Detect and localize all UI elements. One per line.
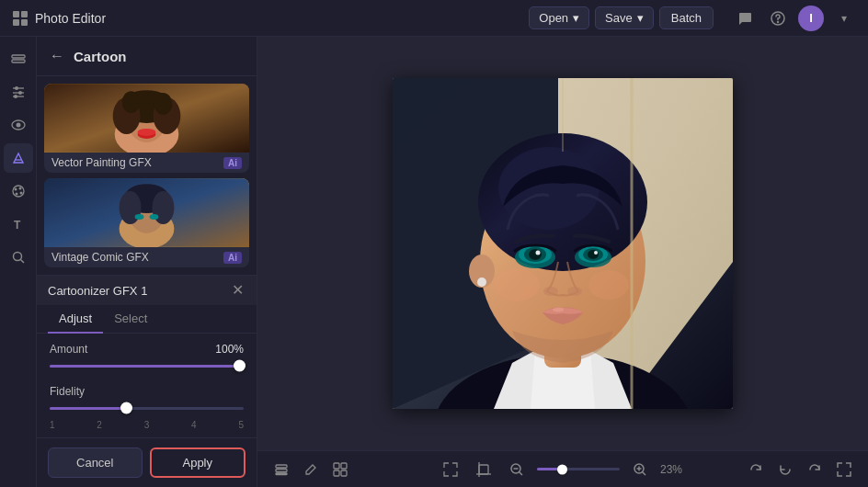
comment-icon-button[interactable] — [732, 6, 758, 31]
app-title: Photo Editor — [35, 11, 106, 26]
ai-badge-vintage: Ai — [223, 252, 242, 264]
svg-rect-6 — [12, 55, 25, 58]
rotate-button[interactable] — [743, 457, 769, 482]
fullscreen-button[interactable] — [831, 457, 857, 482]
batch-button[interactable]: Batch — [659, 6, 714, 29]
sidebar-btn-preview[interactable] — [4, 110, 33, 140]
close-cartoonizer-button[interactable]: ✕ — [230, 283, 246, 298]
canvas-area: 23% — [257, 37, 868, 487]
topbar-chevron-button[interactable]: ▾ — [831, 6, 857, 31]
svg-point-20 — [15, 193, 17, 196]
svg-point-65 — [567, 287, 582, 296]
preset-item-vintage[interactable]: Vintage Comic GFX Ai — [44, 178, 249, 267]
amount-value: 100% — [215, 343, 244, 356]
save-button[interactable]: Save ▾ — [595, 6, 654, 29]
svg-point-13 — [14, 95, 17, 98]
panel-title: Cartoon — [74, 49, 127, 64]
svg-point-11 — [18, 91, 22, 95]
svg-point-68 — [588, 270, 629, 300]
svg-point-18 — [18, 187, 21, 190]
amount-label: Amount — [50, 343, 87, 356]
zoom-value: 23% — [660, 463, 688, 476]
help-icon-button[interactable] — [765, 6, 791, 31]
svg-line-85 — [643, 471, 646, 475]
svg-point-57 — [529, 249, 542, 260]
svg-point-17 — [14, 188, 17, 191]
svg-rect-78 — [479, 465, 488, 474]
ai-badge-vector: Ai — [223, 157, 242, 169]
main-layout: T ← Cartoon — [0, 37, 868, 487]
canvas-image — [393, 78, 733, 409]
preset-item-vector[interactable]: Vector Painting GFX Ai — [44, 84, 249, 173]
topbar-actions: Open ▾ Save ▾ Batch — [529, 6, 714, 29]
side-panel: ← Cartoon — [37, 37, 257, 487]
redo-button[interactable] — [802, 457, 828, 482]
sliders-area: Amount 100% Fidelity — [37, 334, 257, 437]
grid-icon-button[interactable] — [327, 457, 353, 482]
edit-icon-button[interactable] — [298, 457, 324, 482]
preset-label-vintage: Vintage Comic GFX Ai — [44, 247, 249, 267]
bottom-right-tools — [743, 457, 857, 482]
fidelity-slider-row: Fidelity 1 2 3 4 5 — [50, 385, 244, 430]
topbar-right: I ▾ — [732, 6, 857, 31]
svg-point-19 — [19, 192, 22, 195]
svg-text:T: T — [14, 219, 21, 232]
preset-thumb-vintage — [44, 178, 249, 247]
tab-adjust[interactable]: Adjust — [48, 305, 103, 334]
cancel-button[interactable]: Cancel — [48, 447, 143, 478]
svg-point-33 — [138, 129, 156, 136]
panel-footer: Cancel Apply — [37, 437, 257, 487]
cartoonizer-panel: Cartoonizer GFX 1 ✕ Adjust Select Amount… — [37, 275, 257, 487]
apply-button[interactable]: Apply — [150, 447, 246, 478]
zoom-out-button[interactable] — [504, 457, 530, 482]
sidebar-btn-effects[interactable] — [4, 143, 33, 173]
svg-point-31 — [154, 93, 172, 115]
svg-point-30 — [122, 91, 141, 113]
presets-list: Vector Painting GFX Ai — [37, 76, 257, 275]
svg-point-40 — [135, 214, 144, 220]
sidebar-btn-adjustments[interactable] — [4, 77, 33, 107]
canvas-viewport[interactable] — [257, 37, 868, 450]
preset-label-vector: Vector Painting GFX Ai — [44, 153, 249, 173]
app-logo: Photo Editor — [11, 9, 106, 28]
crop-button[interactable] — [471, 457, 497, 482]
svg-rect-72 — [276, 469, 287, 471]
svg-point-16 — [13, 186, 24, 197]
svg-rect-74 — [334, 463, 339, 469]
sidebar-btn-search[interactable] — [4, 243, 33, 272]
open-button[interactable]: Open ▾ — [529, 6, 589, 29]
undo-button[interactable] — [772, 457, 798, 482]
zoom-controls: 23% — [438, 457, 688, 482]
svg-rect-2 — [13, 19, 19, 26]
user-avatar[interactable]: I — [798, 6, 824, 31]
svg-line-23 — [20, 260, 24, 264]
svg-rect-0 — [13, 11, 19, 17]
bottom-left-tools — [268, 457, 353, 482]
svg-point-22 — [13, 253, 21, 261]
svg-point-63 — [594, 251, 598, 255]
cartoonizer-header: Cartoonizer GFX 1 ✕ — [37, 276, 257, 305]
sidebar-btn-palette[interactable] — [4, 176, 33, 206]
back-button[interactable]: ← — [48, 46, 66, 66]
panel-header: ← Cartoon — [37, 37, 257, 76]
cartoonizer-tabs: Adjust Select — [37, 305, 257, 334]
svg-rect-3 — [21, 19, 28, 26]
zoom-in-button[interactable] — [627, 457, 653, 482]
sidebar-btn-text[interactable]: T — [4, 210, 33, 239]
sidebar-btn-layers[interactable] — [4, 44, 33, 74]
svg-rect-1 — [21, 11, 28, 17]
svg-rect-73 — [276, 473, 287, 475]
svg-rect-75 — [341, 463, 347, 469]
svg-point-64 — [543, 287, 558, 296]
svg-point-58 — [536, 251, 541, 255]
bottom-toolbar: 23% — [257, 450, 868, 487]
svg-point-53 — [477, 277, 486, 287]
svg-line-82 — [520, 471, 523, 475]
layers-icon-button[interactable] — [268, 457, 294, 482]
icon-bar: T — [0, 37, 37, 487]
tab-select[interactable]: Select — [103, 305, 158, 334]
cartoonizer-title: Cartoonizer GFX 1 — [48, 284, 147, 298]
topbar: Photo Editor Open ▾ Save ▾ Batch I ▾ — [0, 0, 868, 37]
fit-view-button[interactable] — [438, 457, 463, 482]
app-logo-icon — [11, 9, 29, 28]
